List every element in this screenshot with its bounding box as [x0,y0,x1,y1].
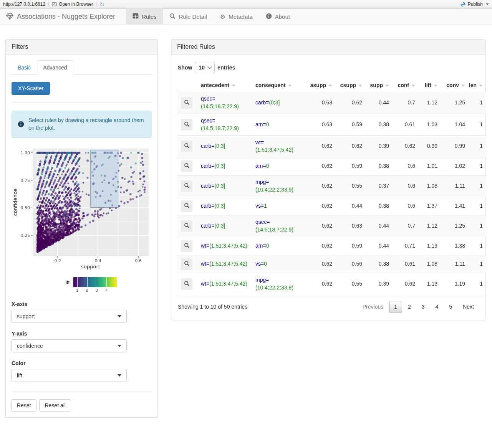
search-icon [184,203,190,210]
table-row: carb=(0;3]mpg=(10.4;22.2;33.9)0.620.550.… [177,175,487,197]
gem-icon [6,13,13,20]
conf-cell: 0.6 [393,157,419,175]
legend-tick [97,277,97,287]
attribute-name: carb= [201,143,214,149]
inspect-rule-button[interactable] [181,240,192,252]
tab-label: Rule Detail [179,13,207,20]
legend-title: lift [65,279,70,291]
column-header-lift[interactable]: lift [419,79,441,92]
filters-tab-basic[interactable]: Basic [12,60,37,75]
lift-cell: 0.99 [419,136,441,157]
page-length-select[interactable]: 10 [195,62,215,73]
column-header-consequent[interactable]: consequent [252,79,305,92]
conv-cell: 1.11 [441,175,469,197]
main-content: Filters BasicAdvanced XY-Scatter Select … [0,25,492,429]
legend-tick [87,277,88,287]
inspect-rule-button[interactable] [181,141,192,152]
column-header-supp[interactable]: supp [366,79,393,92]
attribute-value: (0;3] [214,223,225,229]
reset-all-button[interactable]: Reset all [39,399,71,412]
y-axis-select[interactable]: confidence [12,339,127,352]
pagination-page-3[interactable]: 3 [417,301,430,312]
len-cell: 1 [469,136,487,157]
tab-label: About [275,13,290,20]
column-header-conf[interactable]: conf [393,79,419,92]
select-value: support [17,313,35,319]
supp-cell: 0.39 [366,273,393,295]
column-header-antecedent[interactable]: antecedent [197,79,252,92]
asupp-cell: 0.62 [305,197,336,215]
info-alert-text: Select rules by drawing a rectangle arou… [28,116,146,132]
row-actions-cell [177,136,197,157]
row-actions-cell [177,215,197,237]
sort-icon [386,83,389,88]
pagination-page-4[interactable]: 4 [431,301,444,312]
supp-cell: 0.38 [366,157,393,175]
tab-rule-detail[interactable]: Rule Detail [163,9,213,24]
inspect-rule-button[interactable] [181,97,192,109]
attribute-value: 0 [266,121,269,127]
pagination-next[interactable]: Next [458,301,479,312]
color-select[interactable]: lift [12,369,127,382]
inspect-rule-button[interactable] [181,258,192,270]
csupp-cell: 0.55 [336,273,366,295]
tab-rules[interactable]: Rules [126,9,163,24]
publish-button[interactable]: Publish [460,2,489,7]
column-header-asupp[interactable]: asupp [305,79,336,92]
divider [12,391,152,392]
asupp-cell: 0.62 [305,157,336,175]
refresh-icon[interactable]: ↻ [99,2,104,7]
pagination-previous[interactable]: Previous [358,301,388,312]
select-value: lift [17,372,22,379]
inspect-rule-button[interactable] [181,200,192,212]
tab-metadata[interactable]: ⚙Metadata [214,9,259,24]
inspect-rule-button[interactable] [181,119,192,131]
x-axis-select[interactable]: support [12,310,127,323]
column-header-len[interactable]: len [469,79,487,92]
antecedent-cell: carb=(0;3] [197,175,252,197]
attribute-value: (0;3] [269,99,280,106]
attribute-value: (14.5;18.7;22.9) [201,125,239,131]
asupp-cell: 0.62 [305,215,336,237]
filters-panel: Filters BasicAdvanced XY-Scatter Select … [5,39,158,418]
inspect-rule-button[interactable] [181,160,192,172]
inspect-rule-button[interactable] [181,220,192,232]
xy-scatter-button[interactable]: XY-Scatter [12,82,50,95]
filters-tab-advanced[interactable]: Advanced [37,60,73,75]
consequent-cell: vs=0 [252,255,305,273]
lift-cell: 1.13 [419,273,441,295]
column-header-conv[interactable]: conv [441,79,469,92]
asupp-cell: 0.62 [305,237,336,255]
pagination-page-2[interactable]: 2 [403,301,416,312]
open-in-browser-button[interactable]: Open in Browser [52,2,93,7]
antecedent-cell: carb=(0;3] [197,136,252,157]
inspect-rule-button[interactable] [181,180,192,192]
tab-about[interactable]: About [259,9,297,24]
attribute-name: wt= [201,261,209,267]
rules-table-body: qsec=(14.5;18.7;22.9)carb=(0;3]0.630.620… [177,92,487,295]
scatter-plot-canvas[interactable] [12,145,151,272]
attribute-name: carb= [201,203,214,209]
pagination-page-5[interactable]: 5 [444,301,457,312]
supp-cell: 0.38 [366,197,393,215]
consequent-cell: wt=(1.51;3.47;5.42) [252,136,305,157]
reset-button[interactable]: Reset [12,399,36,412]
inspect-rule-button[interactable] [181,278,192,290]
pagination-page-1[interactable]: 1 [389,301,402,312]
table-row: carb=(0;3]wt=(1.51;3.47;5.42)0.620.620.3… [177,136,487,157]
toolbar-divider [96,2,96,7]
attribute-value: (10.4;22.2;33.9) [255,284,293,291]
len-cell: 1 [469,114,487,136]
column-header-csupp[interactable]: csupp [336,79,366,92]
attribute-name: wt= [201,281,209,287]
consequent-cell: am=0 [252,237,305,255]
legend-tick [77,277,78,287]
caret-down-icon [118,315,121,317]
csupp-cell: 0.44 [336,197,366,215]
table-row: carb=(0;3]am=00.620.590.380.61.011.021 [177,157,487,175]
csupp-cell: 0.55 [336,175,366,197]
column-label: consequent [255,82,286,88]
show-label: Show [178,64,192,71]
search-icon [169,13,176,20]
table-icon [133,13,139,20]
